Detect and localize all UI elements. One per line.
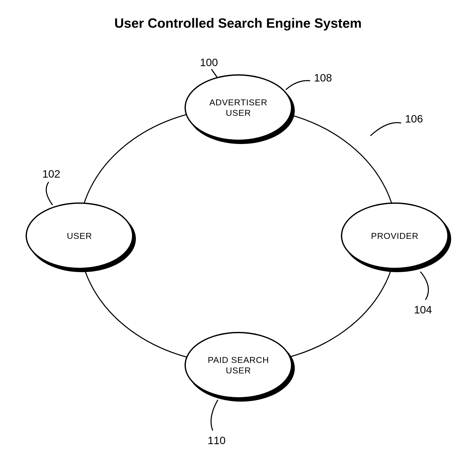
node-advertiser-user: ADVERTISER USER bbox=[185, 74, 292, 141]
node-paid-search-user: PAID SEARCH USER bbox=[185, 332, 292, 399]
ref-108: 108 bbox=[314, 72, 332, 84]
ref-100: 100 bbox=[200, 56, 218, 69]
ref-104: 104 bbox=[414, 304, 432, 316]
ref-106: 106 bbox=[405, 113, 423, 125]
diagram-title: User Controlled Search Engine System bbox=[114, 15, 362, 31]
ref-110: 110 bbox=[208, 434, 226, 447]
node-provider-label: PROVIDER bbox=[371, 231, 419, 241]
node-user: USER bbox=[26, 202, 133, 269]
diagram-container: ADVERTISER USER USER PROVIDER PAID SEARC… bbox=[0, 51, 476, 459]
node-advertiser-label: ADVERTISER USER bbox=[209, 97, 268, 118]
ref-102: 102 bbox=[42, 168, 60, 180]
node-paid-search-label: PAID SEARCH USER bbox=[208, 355, 269, 376]
node-user-label: USER bbox=[67, 231, 92, 241]
node-provider: PROVIDER bbox=[341, 202, 449, 269]
